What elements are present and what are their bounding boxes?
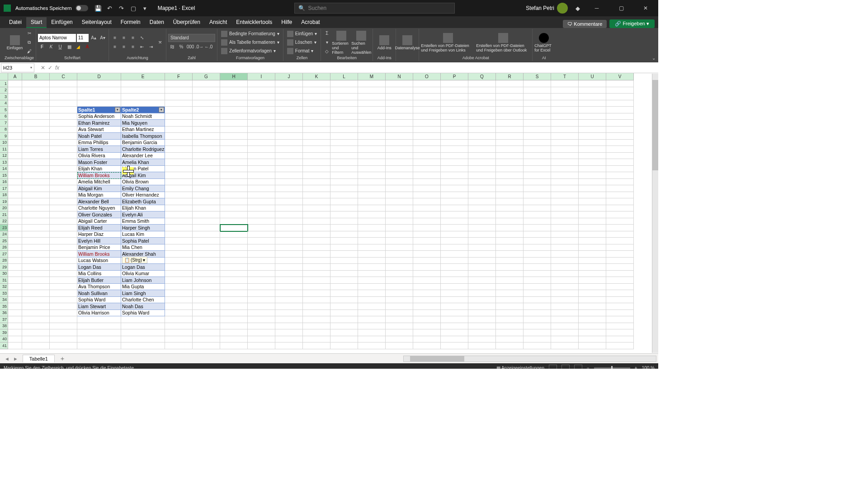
cell[interactable] <box>413 231 441 238</box>
cell[interactable]: Noah Das <box>121 303 165 310</box>
cell[interactable] <box>220 120 248 127</box>
cell[interactable] <box>77 87 121 94</box>
cell[interactable] <box>275 159 303 166</box>
cell[interactable] <box>496 166 524 173</box>
cell[interactable] <box>468 166 496 173</box>
cell[interactable] <box>77 323 121 330</box>
paste-options-button[interactable]: 📋 (Strg) ▾ <box>122 257 147 263</box>
cell[interactable] <box>193 140 220 146</box>
cell[interactable] <box>468 133 496 140</box>
cell[interactable] <box>50 218 77 225</box>
cell[interactable] <box>275 140 303 146</box>
cell[interactable]: Benjamin Price <box>77 244 121 251</box>
cell[interactable] <box>413 133 441 140</box>
cell[interactable] <box>386 198 413 205</box>
cell[interactable] <box>496 218 524 225</box>
cell[interactable] <box>386 264 413 271</box>
cell[interactable] <box>551 323 579 330</box>
close-button[interactable]: ✕ <box>637 2 655 14</box>
cell[interactable] <box>413 100 441 107</box>
cell[interactable] <box>441 329 468 336</box>
cell[interactable] <box>248 303 275 310</box>
cell[interactable] <box>220 198 248 205</box>
cell[interactable] <box>441 192 468 199</box>
cell[interactable] <box>579 290 606 297</box>
cell[interactable] <box>275 316 303 323</box>
cell[interactable] <box>303 271 330 277</box>
cell[interactable] <box>496 192 524 199</box>
cell[interactable]: Liam Torres <box>77 146 121 153</box>
cell[interactable]: Mia Chen <box>121 244 165 251</box>
cell[interactable] <box>303 238 330 244</box>
cell[interactable] <box>468 94 496 100</box>
cell[interactable] <box>77 94 121 100</box>
cell[interactable] <box>496 290 524 297</box>
cell[interactable] <box>551 159 579 166</box>
cell[interactable] <box>121 323 165 330</box>
increase-font-icon[interactable]: A▴ <box>90 34 98 42</box>
cell[interactable] <box>330 80 358 87</box>
cell[interactable] <box>330 238 358 244</box>
cell[interactable] <box>220 238 248 244</box>
cell[interactable] <box>8 166 22 173</box>
cell[interactable] <box>358 336 386 343</box>
cell[interactable] <box>330 100 358 107</box>
cell[interactable] <box>275 251 303 258</box>
cell[interactable] <box>193 277 220 284</box>
camera-icon[interactable]: ▢ <box>130 5 137 12</box>
cell[interactable] <box>358 271 386 277</box>
cell[interactable] <box>386 271 413 277</box>
cell[interactable] <box>358 87 386 94</box>
cell[interactable]: Charlotte Chen <box>121 297 165 304</box>
cell[interactable] <box>413 264 441 271</box>
column-header[interactable]: J <box>275 73 303 80</box>
cell[interactable] <box>303 179 330 186</box>
row-header[interactable]: 36 <box>0 310 8 317</box>
cell[interactable] <box>330 218 358 225</box>
row-header[interactable]: 35 <box>0 303 8 310</box>
cell[interactable] <box>50 297 77 304</box>
cell[interactable] <box>165 185 193 192</box>
cell[interactable] <box>524 343 551 349</box>
row-header[interactable]: 21 <box>0 211 8 218</box>
column-header[interactable]: R <box>496 73 524 80</box>
cell[interactable] <box>441 225 468 231</box>
cell[interactable] <box>386 211 413 218</box>
cell[interactable] <box>413 87 441 94</box>
cell[interactable] <box>22 153 50 160</box>
column-header[interactable]: N <box>386 73 413 80</box>
cell[interactable] <box>413 107 441 113</box>
comments-button[interactable]: 🗨 Kommentare <box>563 20 607 28</box>
column-header[interactable]: L <box>330 73 358 80</box>
cell[interactable]: Liam Singh <box>121 290 165 297</box>
cell[interactable] <box>468 146 496 153</box>
cell[interactable] <box>413 323 441 330</box>
cell[interactable] <box>303 284 330 291</box>
cell[interactable] <box>22 277 50 284</box>
row-header[interactable]: 39 <box>0 329 8 336</box>
cell[interactable] <box>193 284 220 291</box>
cell[interactable] <box>50 94 77 100</box>
cell[interactable] <box>413 290 441 297</box>
cell[interactable] <box>606 127 634 133</box>
cell[interactable] <box>330 225 358 231</box>
cell[interactable] <box>220 297 248 304</box>
cell[interactable] <box>413 284 441 291</box>
cell[interactable] <box>193 310 220 317</box>
cell[interactable] <box>330 172 358 179</box>
name-box[interactable]: H23▾ <box>1 63 34 72</box>
cell[interactable] <box>330 211 358 218</box>
cell[interactable] <box>275 218 303 225</box>
cell[interactable] <box>468 198 496 205</box>
align-left-icon[interactable]: ≡ <box>111 43 119 51</box>
row-header[interactable]: 15 <box>0 172 8 179</box>
cell[interactable] <box>579 140 606 146</box>
column-header[interactable]: P <box>441 73 468 80</box>
cell[interactable] <box>441 251 468 258</box>
cell[interactable] <box>496 140 524 146</box>
cell[interactable] <box>330 316 358 323</box>
qat-dropdown-icon[interactable]: ▾ <box>142 5 149 12</box>
cell[interactable] <box>413 297 441 304</box>
cell[interactable]: Emma Phillips <box>77 140 121 146</box>
cell[interactable] <box>77 336 121 343</box>
